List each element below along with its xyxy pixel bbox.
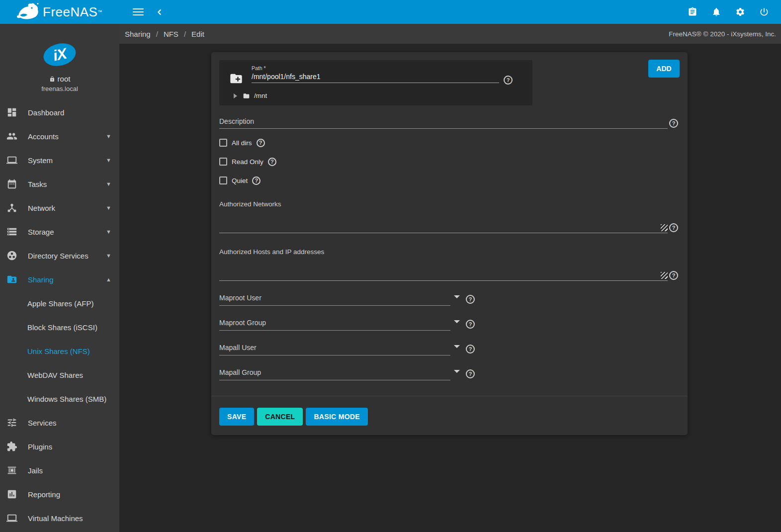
help-icon[interactable] [257, 139, 265, 147]
sidebar-item-label: Reporting [28, 490, 60, 499]
select-mapall-group: Mapall Group [219, 368, 680, 380]
basic-mode-button[interactable]: BASIC MODE [306, 408, 367, 426]
sidebar-item-storage[interactable]: Storage▼ [0, 220, 119, 244]
sidebar-item-webdav-shares[interactable]: WebDAV Shares [0, 363, 119, 387]
sidebar-item-system[interactable]: System▼ [0, 148, 119, 172]
sidebar: iX root freenas.local DashboardAccounts▼… [0, 24, 119, 532]
select-label: Mapall User [219, 344, 450, 355]
cancel-button[interactable]: CANCEL [257, 408, 303, 426]
sidebar-item-label: Tasks [28, 180, 47, 188]
sidebar-item-label: Block Shares (iSCSI) [27, 323, 97, 332]
breadcrumb-item[interactable]: Edit [191, 30, 204, 38]
checkbox-read-only[interactable] [219, 158, 227, 166]
select-maproot-group: Maproot Group [219, 319, 680, 331]
sidebar-item-label: Network [28, 204, 55, 212]
chevron-down-icon: ▼ [106, 205, 111, 211]
sidebar-item-network[interactable]: Network▼ [0, 196, 119, 220]
description-help-icon[interactable] [669, 119, 678, 128]
select-mapall-user: Mapall User [219, 344, 680, 355]
checkbox-quiet[interactable] [219, 177, 227, 184]
breadcrumb-item[interactable]: Sharing [125, 30, 151, 38]
checkbox-label: Read Only [232, 158, 263, 166]
path-help-icon[interactable] [504, 76, 513, 85]
field-authorized-networks: Authorized Networks [219, 200, 680, 233]
power-icon[interactable] [759, 7, 769, 17]
select-label: Maproot User [219, 294, 450, 306]
resize-handle-icon[interactable] [661, 272, 668, 279]
sidebar-item-label: Dashboard [28, 108, 64, 117]
sidebar-item-label: Directory Services [28, 252, 88, 260]
network-icon [6, 202, 17, 213]
breadcrumb-separator: / [156, 30, 158, 38]
expand-caret-icon[interactable] [234, 93, 237, 98]
select-field[interactable]: Maproot User [219, 294, 450, 306]
path-explorer: Path * /mnt/pool1/nfs_share1 /mnt [219, 60, 532, 105]
save-button[interactable]: SAVE [219, 408, 254, 426]
tree-node-mnt[interactable]: /mnt [228, 92, 513, 99]
laptop-icon [6, 513, 17, 524]
sidebar-item-plugins[interactable]: Plugins [0, 435, 119, 458]
sidebar-item-label: Sharing [28, 275, 54, 284]
path-value[interactable]: /mnt/pool1/nfs_share1 [252, 73, 499, 83]
help-icon[interactable] [669, 223, 678, 232]
sidebar-item-jails[interactable]: Jails [0, 458, 119, 482]
path-input[interactable]: Path * /mnt/pool1/nfs_share1 [252, 65, 499, 86]
sidebar-item-label: Storage [28, 228, 54, 236]
checkbox-row-quiet: Quiet [219, 176, 680, 185]
checkbox-row-all-dirs: All dirs [219, 138, 680, 148]
sidebar-item-label: Windows Shares (SMB) [27, 395, 106, 403]
chevron-up-icon: ▲ [106, 276, 111, 282]
create-folder-icon[interactable] [228, 72, 245, 86]
sidebar-item-reporting[interactable]: Reporting [0, 482, 119, 506]
sidebar-item-label: Virtual Machines [28, 514, 83, 523]
sidebar-item-apple-shares-afp[interactable]: Apple Shares (AFP) [0, 291, 119, 315]
select-field[interactable]: Mapall User [219, 344, 450, 355]
textarea-group: Authorized NetworksAuthorized Hosts and … [219, 200, 680, 281]
textarea-input[interactable] [219, 256, 668, 281]
sidebar-item-label: Apple Shares (AFP) [27, 299, 93, 308]
menu-hamburger-icon[interactable] [133, 6, 144, 17]
help-icon[interactable] [466, 369, 475, 378]
brand-name: FreeNAS [43, 4, 97, 20]
dropdown-arrow-icon[interactable] [454, 320, 460, 323]
checkbox-label: Quiet [232, 177, 248, 184]
help-icon[interactable] [466, 320, 475, 329]
dropdown-arrow-icon[interactable] [454, 345, 460, 348]
tasks-clipboard-icon[interactable] [688, 7, 697, 17]
help-icon[interactable] [466, 345, 475, 354]
description-input[interactable]: Description [219, 117, 668, 129]
sidebar-item-label: WebDAV Shares [27, 371, 83, 379]
collapse-back-icon[interactable] [156, 8, 163, 16]
sidebar-item-unix-shares-nfs[interactable]: Unix Shares (NFS) [0, 339, 119, 363]
breadcrumb-item[interactable]: NFS [164, 30, 178, 38]
puzzle-icon [6, 441, 17, 452]
select-field[interactable]: Mapall Group [219, 368, 450, 380]
sidebar-item-block-shares-iscsi[interactable]: Block Shares (iSCSI) [0, 315, 119, 339]
checkbox-group: All dirsRead OnlyQuiet [219, 138, 680, 185]
textarea-input[interactable] [219, 208, 668, 233]
resize-handle-icon[interactable] [661, 224, 668, 231]
settings-gear-icon[interactable] [735, 7, 745, 17]
sidebar-item-services[interactable]: Services [0, 411, 119, 435]
help-icon[interactable] [268, 158, 276, 166]
sidebar-item-directory-services[interactable]: Directory Services▼ [0, 244, 119, 267]
help-icon[interactable] [466, 295, 475, 304]
sidebar-item-windows-shares-smb[interactable]: Windows Shares (SMB) [0, 387, 119, 411]
checkbox-all-dirs[interactable] [219, 139, 227, 147]
sidebar-item-virtual-machines[interactable]: Virtual Machines [0, 506, 119, 530]
sidebar-item-dashboard[interactable]: Dashboard [0, 100, 119, 124]
help-icon[interactable] [669, 271, 678, 280]
field-authorized-hosts-and-ip-addresses: Authorized Hosts and IP addresses [219, 248, 680, 281]
dropdown-arrow-icon[interactable] [454, 370, 460, 373]
dropdown-arrow-icon[interactable] [454, 295, 460, 298]
add-button[interactable]: ADD [648, 60, 680, 78]
help-icon[interactable] [252, 177, 260, 185]
description-row: Description [219, 117, 680, 129]
sidebar-item-tasks[interactable]: Tasks▼ [0, 172, 119, 196]
people-icon [6, 131, 17, 142]
sidebar-item-sharing[interactable]: Sharing▲ [0, 267, 119, 291]
select-field[interactable]: Maproot Group [219, 319, 450, 331]
notifications-bell-icon[interactable] [711, 7, 721, 17]
tree-node-label: /mnt [254, 92, 267, 99]
sidebar-item-accounts[interactable]: Accounts▼ [0, 124, 119, 148]
